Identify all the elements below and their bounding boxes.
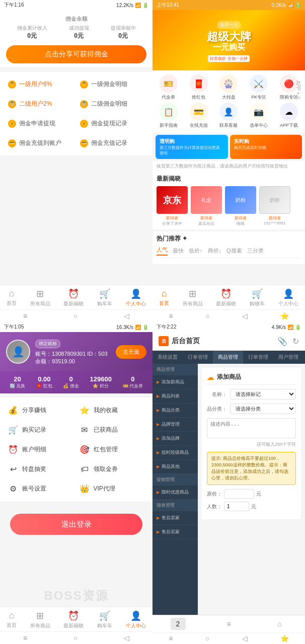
nav-home-1[interactable]: ⌂ 首页 xyxy=(7,288,17,307)
sidebar-after-sale-buyer[interactable]: ▶ 售后买家 xyxy=(152,525,198,539)
gesture-home-1[interactable]: ○ xyxy=(73,312,78,320)
nav-home-2[interactable]: ⌂ 首页 xyxy=(159,288,169,307)
gesture-home-3[interactable]: ○ xyxy=(73,634,78,642)
stat-exchange[interactable]: 20 🔄 兑换 xyxy=(10,375,26,389)
admin-refresh-icon[interactable]: ↻ xyxy=(292,337,299,346)
menu-account-settings[interactable]: ⚙ 账号设置 xyxy=(6,480,75,498)
menu-share-earn[interactable]: 💰 分享赚钱 xyxy=(6,401,75,419)
menu-recharge-record[interactable]: 💳 佣金充值记录 xyxy=(78,135,147,151)
icon-redpacket[interactable]: 🧧 抢红包 xyxy=(185,74,213,101)
menu-level1-detail[interactable]: 🥇 一级佣金明细 xyxy=(78,76,147,93)
form-select-mark[interactable]: 请选择标记 xyxy=(230,389,296,399)
admin-tab-system[interactable]: 系统设置 xyxy=(152,351,183,364)
hot-tab-price-desc[interactable]: 商价↓ xyxy=(208,247,222,255)
stat-coupon[interactable]: 0 🎫 代金券 xyxy=(123,375,143,389)
hot-tab-price-asc[interactable]: 低价↑ xyxy=(189,247,203,255)
gesture-back-3[interactable]: ◁ xyxy=(124,634,129,642)
admin-nav-num[interactable]: 2 xyxy=(171,618,186,630)
gesture-home-4[interactable]: ○ xyxy=(205,634,209,642)
sidebar-add-product[interactable]: ▶ 添加新商品 xyxy=(152,375,198,389)
icon-recharge[interactable]: 💳 在线充值 xyxy=(185,103,213,129)
icon-pk[interactable]: ⚔️ PK专区 xyxy=(245,74,273,101)
menu-redpacket-manage[interactable]: 🎯 红包管理 xyxy=(78,441,147,458)
icon-download[interactable]: ☁ APP下载 xyxy=(275,103,303,129)
gesture-home-2[interactable]: ○ xyxy=(205,312,209,320)
price-input[interactable] xyxy=(224,489,254,499)
sidebar-limited-promo[interactable]: ▶ 限时优惠商品 xyxy=(152,486,198,500)
gesture-star-4[interactable]: ⭐ xyxy=(280,634,289,642)
qty-input[interactable] xyxy=(224,502,249,511)
product-3[interactable]: 奶粉 获得者 咯咯 xyxy=(225,186,256,226)
hot-tab-fastest[interactable]: 最快 xyxy=(173,247,184,255)
share-commission-button[interactable]: 点击分享可获得佣金 xyxy=(6,45,146,63)
stat-commission[interactable]: 0 💰 佣金 xyxy=(63,375,79,389)
sidebar-product-category[interactable]: ▶ 商品分类 xyxy=(152,404,198,418)
menu-account-detail[interactable]: ⏰ 账户明细 xyxy=(6,441,75,458)
icon-service[interactable]: 👤 联系客服 xyxy=(215,103,243,129)
sidebar-batch-product[interactable]: ▶ 批时段级商品 xyxy=(152,446,198,460)
nav-products-1[interactable]: ⊞ 所有商品 xyxy=(30,288,50,307)
sidebar-brand-manage[interactable]: ▶ 品牌管理 xyxy=(152,418,198,432)
icon-order[interactable]: 📷 选单中心 xyxy=(245,103,273,129)
form-select-category[interactable]: 请选择分类 xyxy=(230,404,296,414)
admin-tab-orders2[interactable]: 订单管理 xyxy=(243,351,273,364)
gesture-back-1[interactable]: ◁ xyxy=(124,312,129,320)
gesture-menu-1[interactable]: ≡ xyxy=(23,312,27,320)
icon-guide[interactable]: 📋 新手指南 xyxy=(155,103,183,129)
hot-tab-popular[interactable]: 人气 xyxy=(157,246,168,256)
gesture-back-2[interactable]: ◁ xyxy=(242,312,248,320)
sidebar-after-sale-seller[interactable]: ▶ 售后卖家 xyxy=(152,511,198,525)
gesture-menu-2[interactable]: ≡ xyxy=(169,312,173,320)
gesture-menu-4[interactable]: ≡ xyxy=(169,634,173,642)
sidebar-product-other[interactable]: ▶ 商品其他 xyxy=(152,460,198,474)
menu-vip-agent[interactable]: 👑 VIP代理 xyxy=(78,480,147,498)
admin-attach-icon[interactable]: 📎 xyxy=(277,337,287,346)
menu-obtained-products[interactable]: ✉ 已获商品 xyxy=(78,421,147,439)
admin-tab-orders[interactable]: 订单管理 xyxy=(183,351,213,364)
product-2[interactable]: 礼盒 获得者 真实在比 xyxy=(191,186,222,226)
nav-products-2[interactable]: ⊞ 所有商品 xyxy=(183,288,203,307)
nav-cart-1[interactable]: 🛒 购车车 xyxy=(97,288,112,307)
nav-latest-2[interactable]: ⏰ 最新揭晓 xyxy=(216,288,236,307)
menu-recharge-account[interactable]: 💳 佣金充值到账户 xyxy=(6,135,75,151)
stat-points[interactable]: 129600 ⭐ 积分 xyxy=(90,375,112,389)
admin-tab-products[interactable]: 商品管理 xyxy=(213,351,243,364)
promo-transparent[interactable]: 透明购 第三方数据作为计算依据活动更真透明 xyxy=(156,135,228,159)
nav-latest-3[interactable]: ⏰ 最新揭晓 xyxy=(63,610,84,629)
icon-wheel[interactable]: 🎡 大转盘 xyxy=(215,74,243,101)
menu-withdraw-record[interactable]: 💰 佣金提现记录 xyxy=(78,115,147,132)
menu-level2-detail[interactable]: 🥈 二级佣金明细 xyxy=(78,96,147,112)
promo-realtime[interactable]: 实时购 购买完成实时知晓 xyxy=(230,135,302,159)
sidebar-product-list[interactable]: ▶ 商品列表 xyxy=(152,389,198,404)
product-1[interactable]: 京东 获得者 分享了求中 xyxy=(157,186,188,226)
nav-latest-1[interactable]: ⏰ 最新揭晓 xyxy=(63,288,84,307)
icon-voucher[interactable]: 🎫 代金券 xyxy=(155,74,183,101)
stat-redpacket[interactable]: 0.00 🧧 红包 xyxy=(36,375,52,389)
sidebar-add-brand[interactable]: ▶ 添加品牌 xyxy=(152,432,198,446)
admin-tab-users[interactable]: 用户管理 xyxy=(273,351,303,364)
gesture-star-2[interactable]: ⭐ xyxy=(280,312,289,320)
gesture-menu-3[interactable]: ≡ xyxy=(23,634,27,642)
admin-nav-menu[interactable]: ≡ xyxy=(221,618,237,630)
nav-profile-2[interactable]: 👤 个人中心 xyxy=(278,288,298,307)
menu-favorites[interactable]: ⭐ 我的收藏 xyxy=(78,401,147,419)
nav-home-3[interactable]: ⌂ 首页 xyxy=(7,610,17,629)
admin-nav-home[interactable]: ⌂ xyxy=(272,618,287,630)
logout-button[interactable]: 退出登录 xyxy=(10,514,142,535)
nav-profile-3[interactable]: 👤 个人中心 xyxy=(126,610,146,629)
menu-purchase-record[interactable]: 🛒 购买记录 xyxy=(6,421,75,439)
hot-tab-category[interactable]: 三分类 xyxy=(247,247,264,255)
menu-level1-rate[interactable]: 🥇 一级用户6% xyxy=(6,76,75,93)
menu-apply-withdraw[interactable]: 💰 佣金申请提现 xyxy=(6,115,75,132)
hot-tab-search[interactable]: Q搜索 xyxy=(226,247,242,255)
nav-profile-1[interactable]: 👤 个人中心 xyxy=(126,288,146,307)
form-textarea-desc[interactable] xyxy=(207,418,296,438)
menu-get-coupon[interactable]: 🏷 领取金券 xyxy=(78,460,147,478)
menu-level2-rate[interactable]: 🥈 二级用户2% xyxy=(6,96,75,112)
product-4[interactable]: 奶粉 获得者 151****9951 xyxy=(259,186,290,226)
nav-products-3[interactable]: ⊞ 所有商品 xyxy=(30,610,50,629)
gesture-back-4[interactable]: ◁ xyxy=(242,634,248,642)
menu-wheel-lottery[interactable]: ↩ 转盘抽奖 xyxy=(6,460,75,478)
recharge-button[interactable]: 去充值 xyxy=(116,345,146,359)
nav-cart-2[interactable]: 🛒 购物车 xyxy=(250,288,265,307)
